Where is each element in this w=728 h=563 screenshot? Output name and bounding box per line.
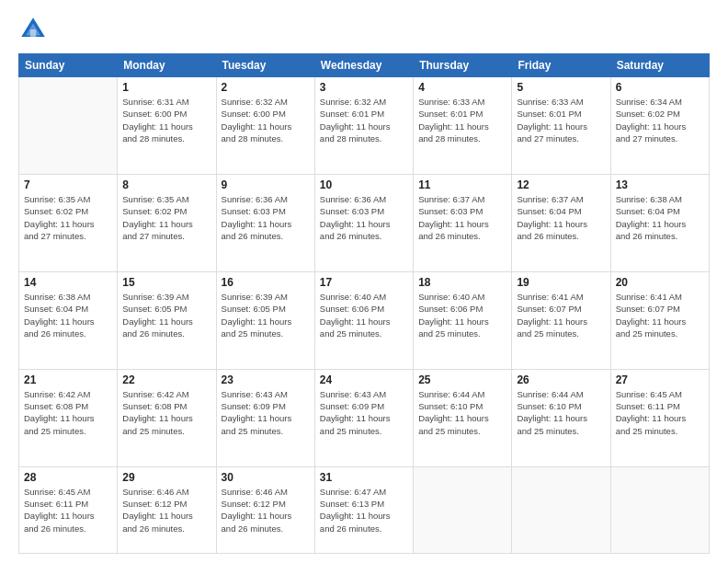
logo-icon xyxy=(18,15,48,44)
day-info: Sunrise: 6:38 AM Sunset: 6:04 PM Dayligh… xyxy=(616,193,704,242)
day-number: 14 xyxy=(24,276,112,289)
calendar-week-row: 7Sunrise: 6:35 AM Sunset: 6:02 PM Daylig… xyxy=(19,174,710,271)
day-number: 7 xyxy=(24,178,112,191)
day-info: Sunrise: 6:33 AM Sunset: 6:01 PM Dayligh… xyxy=(517,96,605,144)
day-info: Sunrise: 6:46 AM Sunset: 6:12 PM Dayligh… xyxy=(122,486,210,534)
day-info: Sunrise: 6:37 AM Sunset: 6:04 PM Dayligh… xyxy=(517,193,605,242)
day-number: 8 xyxy=(122,178,210,191)
day-number: 30 xyxy=(222,471,310,484)
calendar-day-cell: 4Sunrise: 6:33 AM Sunset: 6:01 PM Daylig… xyxy=(414,77,512,175)
calendar-day-header: Tuesday xyxy=(216,54,314,77)
calendar-table: SundayMondayTuesdayWednesdayThursdayFrid… xyxy=(18,53,710,554)
calendar-week-row: 28Sunrise: 6:45 AM Sunset: 6:11 PM Dayli… xyxy=(19,466,710,553)
calendar-day-cell: 15Sunrise: 6:39 AM Sunset: 6:05 PM Dayli… xyxy=(118,271,216,369)
calendar-day-cell: 21Sunrise: 6:42 AM Sunset: 6:08 PM Dayli… xyxy=(19,369,118,466)
day-info: Sunrise: 6:44 AM Sunset: 6:10 PM Dayligh… xyxy=(517,388,605,437)
day-info: Sunrise: 6:32 AM Sunset: 6:00 PM Dayligh… xyxy=(222,96,310,144)
calendar-day-cell: 23Sunrise: 6:43 AM Sunset: 6:09 PM Dayli… xyxy=(216,369,314,466)
day-number: 29 xyxy=(122,471,210,484)
day-info: Sunrise: 6:39 AM Sunset: 6:05 PM Dayligh… xyxy=(222,291,310,339)
day-info: Sunrise: 6:36 AM Sunset: 6:03 PM Dayligh… xyxy=(222,193,310,242)
day-number: 18 xyxy=(418,276,506,289)
day-number: 20 xyxy=(616,276,704,289)
day-number: 3 xyxy=(320,81,408,94)
calendar-week-row: 14Sunrise: 6:38 AM Sunset: 6:04 PM Dayli… xyxy=(19,271,710,369)
calendar-day-cell: 9Sunrise: 6:36 AM Sunset: 6:03 PM Daylig… xyxy=(216,174,314,271)
day-info: Sunrise: 6:43 AM Sunset: 6:09 PM Dayligh… xyxy=(320,388,408,437)
svg-rect-2 xyxy=(30,29,36,37)
calendar-day-cell: 1Sunrise: 6:31 AM Sunset: 6:00 PM Daylig… xyxy=(118,77,216,175)
logo-area xyxy=(18,15,51,44)
calendar-day-cell: 12Sunrise: 6:37 AM Sunset: 6:04 PM Dayli… xyxy=(512,174,610,271)
calendar-week-row: 21Sunrise: 6:42 AM Sunset: 6:08 PM Dayli… xyxy=(19,369,710,466)
calendar-day-header: Thursday xyxy=(414,54,512,77)
day-number: 10 xyxy=(320,178,408,191)
day-number: 2 xyxy=(222,81,310,94)
day-number: 25 xyxy=(418,373,506,386)
day-info: Sunrise: 6:39 AM Sunset: 6:05 PM Dayligh… xyxy=(122,291,210,339)
header xyxy=(18,15,710,44)
day-number: 4 xyxy=(418,81,506,94)
day-info: Sunrise: 6:40 AM Sunset: 6:06 PM Dayligh… xyxy=(418,291,506,339)
calendar-day-cell: 5Sunrise: 6:33 AM Sunset: 6:01 PM Daylig… xyxy=(512,77,610,175)
day-info: Sunrise: 6:34 AM Sunset: 6:02 PM Dayligh… xyxy=(616,96,704,144)
day-info: Sunrise: 6:33 AM Sunset: 6:01 PM Dayligh… xyxy=(418,96,506,144)
day-number: 21 xyxy=(24,373,112,386)
day-number: 28 xyxy=(24,471,112,484)
day-info: Sunrise: 6:38 AM Sunset: 6:04 PM Dayligh… xyxy=(24,291,112,339)
calendar-day-cell: 29Sunrise: 6:46 AM Sunset: 6:12 PM Dayli… xyxy=(118,466,216,553)
day-info: Sunrise: 6:45 AM Sunset: 6:11 PM Dayligh… xyxy=(616,388,704,437)
calendar-day-cell: 11Sunrise: 6:37 AM Sunset: 6:03 PM Dayli… xyxy=(414,174,512,271)
calendar-day-cell xyxy=(610,466,709,553)
day-info: Sunrise: 6:44 AM Sunset: 6:10 PM Dayligh… xyxy=(418,388,506,437)
day-info: Sunrise: 6:42 AM Sunset: 6:08 PM Dayligh… xyxy=(122,388,210,437)
calendar-day-cell: 6Sunrise: 6:34 AM Sunset: 6:02 PM Daylig… xyxy=(610,77,709,175)
calendar-day-cell: 24Sunrise: 6:43 AM Sunset: 6:09 PM Dayli… xyxy=(314,369,413,466)
day-number: 24 xyxy=(320,373,408,386)
calendar-day-cell: 31Sunrise: 6:47 AM Sunset: 6:13 PM Dayli… xyxy=(314,466,413,553)
page: SundayMondayTuesdayWednesdayThursdayFrid… xyxy=(0,0,728,563)
day-number: 26 xyxy=(517,373,605,386)
day-info: Sunrise: 6:43 AM Sunset: 6:09 PM Dayligh… xyxy=(222,388,310,437)
day-number: 12 xyxy=(517,178,605,191)
calendar-day-cell: 13Sunrise: 6:38 AM Sunset: 6:04 PM Dayli… xyxy=(610,174,709,271)
calendar-day-cell: 7Sunrise: 6:35 AM Sunset: 6:02 PM Daylig… xyxy=(19,174,118,271)
calendar-day-cell xyxy=(19,77,118,175)
calendar-day-cell: 28Sunrise: 6:45 AM Sunset: 6:11 PM Dayli… xyxy=(19,466,118,553)
day-number: 6 xyxy=(616,81,704,94)
day-number: 16 xyxy=(222,276,310,289)
calendar-day-header: Friday xyxy=(512,54,610,77)
day-number: 11 xyxy=(418,178,506,191)
calendar-day-cell: 26Sunrise: 6:44 AM Sunset: 6:10 PM Dayli… xyxy=(512,369,610,466)
day-info: Sunrise: 6:46 AM Sunset: 6:12 PM Dayligh… xyxy=(222,486,310,534)
day-info: Sunrise: 6:32 AM Sunset: 6:01 PM Dayligh… xyxy=(320,96,408,144)
calendar-day-cell: 27Sunrise: 6:45 AM Sunset: 6:11 PM Dayli… xyxy=(610,369,709,466)
calendar-day-header: Wednesday xyxy=(314,54,413,77)
day-info: Sunrise: 6:42 AM Sunset: 6:08 PM Dayligh… xyxy=(24,388,112,437)
calendar-day-header: Monday xyxy=(118,54,216,77)
day-info: Sunrise: 6:31 AM Sunset: 6:00 PM Dayligh… xyxy=(122,96,210,144)
calendar-day-cell xyxy=(512,466,610,553)
day-number: 5 xyxy=(517,81,605,94)
day-info: Sunrise: 6:47 AM Sunset: 6:13 PM Dayligh… xyxy=(320,486,408,534)
day-number: 22 xyxy=(122,373,210,386)
day-number: 27 xyxy=(616,373,704,386)
calendar-day-cell: 3Sunrise: 6:32 AM Sunset: 6:01 PM Daylig… xyxy=(314,77,413,175)
day-number: 13 xyxy=(616,178,704,191)
day-info: Sunrise: 6:40 AM Sunset: 6:06 PM Dayligh… xyxy=(320,291,408,339)
calendar-day-cell: 17Sunrise: 6:40 AM Sunset: 6:06 PM Dayli… xyxy=(314,271,413,369)
calendar-day-cell: 30Sunrise: 6:46 AM Sunset: 6:12 PM Dayli… xyxy=(216,466,314,553)
day-info: Sunrise: 6:36 AM Sunset: 6:03 PM Dayligh… xyxy=(320,193,408,242)
calendar-day-cell: 14Sunrise: 6:38 AM Sunset: 6:04 PM Dayli… xyxy=(19,271,118,369)
calendar-day-cell: 19Sunrise: 6:41 AM Sunset: 6:07 PM Dayli… xyxy=(512,271,610,369)
day-number: 23 xyxy=(222,373,310,386)
day-number: 9 xyxy=(222,178,310,191)
calendar-day-header: Sunday xyxy=(19,54,118,77)
day-info: Sunrise: 6:37 AM Sunset: 6:03 PM Dayligh… xyxy=(418,193,506,242)
day-info: Sunrise: 6:45 AM Sunset: 6:11 PM Dayligh… xyxy=(24,486,112,534)
calendar-day-cell: 10Sunrise: 6:36 AM Sunset: 6:03 PM Dayli… xyxy=(314,174,413,271)
calendar-day-cell: 25Sunrise: 6:44 AM Sunset: 6:10 PM Dayli… xyxy=(414,369,512,466)
calendar-day-cell: 8Sunrise: 6:35 AM Sunset: 6:02 PM Daylig… xyxy=(118,174,216,271)
day-info: Sunrise: 6:35 AM Sunset: 6:02 PM Dayligh… xyxy=(24,193,112,242)
day-info: Sunrise: 6:41 AM Sunset: 6:07 PM Dayligh… xyxy=(616,291,704,339)
